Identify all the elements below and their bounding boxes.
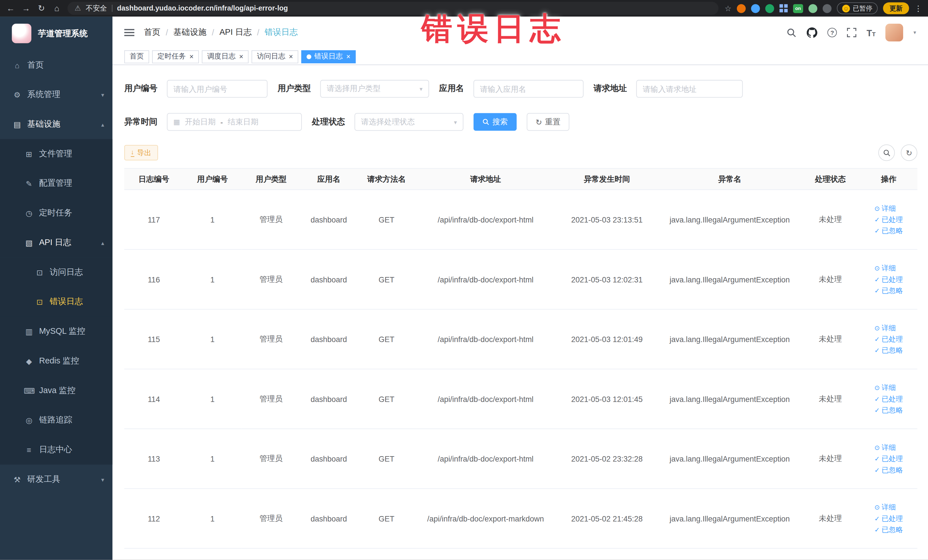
action-processed[interactable]: ✓已处理 [875,334,903,345]
help-icon[interactable]: ? [827,28,837,37]
home-icon[interactable]: ⌂ [52,3,62,13]
breadcrumb-item[interactable]: 首页 [144,27,160,38]
sidebar-item-file[interactable]: ⊞文件管理 [0,139,112,169]
cell-url: /api/infra/db-doc/export-html [416,429,555,489]
breadcrumb-item[interactable]: 基础设施 [174,27,206,38]
logo-image [12,24,31,43]
action-processed[interactable]: ✓已处理 [875,453,903,464]
chevron-up-icon: ▴ [101,121,104,128]
profile-paused-chip[interactable]: ☺ 已暂停 [837,2,878,14]
browser-update-button[interactable]: 更新 [883,2,909,14]
warning-icon: ⚠ [75,4,81,12]
action-ignore[interactable]: ✓已忽略 [875,404,903,416]
tab-job[interactable]: 定时任务× [152,50,199,63]
export-button[interactable]: ↓ 导出 [124,145,158,160]
view-icon: ⊙ [875,382,880,393]
action-ignore[interactable]: ✓已忽略 [875,524,903,535]
sidebar-item-mysql[interactable]: ▥MySQL 监控 [0,317,112,346]
sidebar-item-log-center[interactable]: ≡日志中心 [0,435,112,465]
sidebar-item-error-log[interactable]: ⊡错误日志 [0,287,112,317]
font-size-icon[interactable]: TT [867,27,876,37]
action-detail[interactable]: ⊙详细 [875,322,903,334]
close-icon[interactable]: × [346,52,351,61]
action-ignore[interactable]: ✓已忽略 [875,464,903,476]
sidebar-item-trace[interactable]: ◎链路追踪 [0,405,112,435]
extension-icon-dark[interactable] [823,4,832,12]
sidebar-logo[interactable]: 芋道管理系统 [0,17,112,50]
date-range-picker[interactable]: ▦ 开始日期 - 结束日期 [167,113,302,131]
java-icon: ⌨ [24,386,34,395]
extension-icon-orange[interactable] [737,4,746,12]
back-icon[interactable]: ← [6,3,15,13]
close-icon[interactable]: × [239,52,243,61]
process-status-select[interactable]: 请选择处理状态 ▾ [355,113,464,131]
cell-method: GET [357,249,416,309]
search-icon[interactable] [787,27,797,37]
sidebar-item-dev-tools[interactable]: ⚒研发工具▾ [0,465,112,494]
user-id-input[interactable] [167,80,267,98]
sidebar-item-label: Redis 监控 [39,356,79,366]
action-detail[interactable]: ⊙详细 [875,442,903,453]
action-ignore[interactable]: ✓已忽略 [875,225,903,236]
tab-home[interactable]: 首页 [124,50,149,63]
action-detail[interactable]: ⊙详细 [875,502,903,513]
filter-user-id: 用户编号 [124,80,267,98]
sidebar-item-system[interactable]: ⚙系统管理▾ [0,80,112,110]
action-processed[interactable]: ✓已处理 [875,394,903,404]
monitor-icon: ▤ [12,120,22,129]
tab-error-log[interactable]: 错误日志× [301,50,356,63]
forward-icon[interactable]: → [21,3,31,13]
sidebar-item-infra[interactable]: ▤基础设施▴ [0,110,112,139]
action-detail[interactable]: ⊙详细 [875,203,903,214]
close-icon[interactable]: × [289,52,293,61]
extension-icon-leaf[interactable] [809,4,817,12]
search-button[interactable]: 搜索 [473,113,517,131]
tab-job-log[interactable]: 调度日志× [202,50,249,63]
url-text[interactable]: dashboard.yudao.iocoder.cn/infra/log/api… [117,4,288,12]
paused-label: 已暂停 [853,4,872,12]
extension-icon-blue-drop[interactable] [751,4,760,12]
sidebar-item-access-log[interactable]: ⊡访问日志 [0,257,112,287]
view-icon: ⊙ [875,442,880,453]
action-label: 已处理 [882,513,903,524]
chevron-down-icon[interactable]: ▾ [913,30,916,36]
action-ignore[interactable]: ✓已忽略 [875,285,903,296]
extension-icon-green[interactable] [765,4,774,12]
toggle-search-button[interactable] [878,144,895,161]
action-ignore[interactable]: ✓已忽略 [875,345,903,356]
reload-icon[interactable]: ↻ [37,3,46,13]
request-url-input[interactable] [636,80,743,98]
action-detail[interactable]: ⊙详细 [875,382,903,393]
security-label[interactable]: 不安全 [85,3,107,13]
cell-actions: ⊙详细✓已处理✓已忽略 [860,190,917,250]
action-processed[interactable]: ✓已处理 [875,214,903,225]
action-processed[interactable]: ✓已处理 [875,274,903,285]
tabs-bar: 首页定时任务×调度日志×访问日志×错误日志× [112,49,928,65]
sidebar-item-redis[interactable]: ◆Redis 监控 [0,346,112,376]
refresh-table-button[interactable]: ↻ [901,144,917,161]
action-detail[interactable]: ⊙详细 [875,262,903,273]
user-avatar[interactable] [886,24,904,41]
hamburger-icon[interactable] [124,29,134,36]
extension-icon-grid[interactable] [779,4,788,12]
tab-access-log[interactable]: 访问日志× [252,50,298,63]
sidebar-item-job[interactable]: ◷定时任务 [0,198,112,228]
user-type-select[interactable]: 请选择用户类型 ▾ [320,80,429,98]
sidebar-item-java[interactable]: ⌨Java 监控 [0,376,112,405]
browser-menu-icon[interactable]: ⋮ [914,4,922,12]
cell-id: 113 [124,429,183,489]
extension-icon-on-badge[interactable]: on [793,4,803,12]
log-icon: ▧ [24,238,34,247]
breadcrumb-item[interactable]: API 日志 [219,27,252,38]
address-bar[interactable]: ⚠ 不安全 dashboard.yudao.iocoder.cn/infra/l… [68,2,719,15]
sidebar-item-api-log[interactable]: ▧API 日志▴ [0,228,112,258]
fullscreen-icon[interactable] [847,28,856,37]
bookmark-star-icon[interactable]: ☆ [725,4,731,12]
action-processed[interactable]: ✓已处理 [875,513,903,524]
github-icon[interactable] [807,27,817,38]
sidebar-item-config[interactable]: ✎配置管理 [0,169,112,198]
close-icon[interactable]: × [189,52,194,61]
app-name-input[interactable] [473,80,584,98]
reset-button[interactable]: ↻ 重置 [527,113,569,131]
sidebar-item-home[interactable]: ⌂首页 [0,50,112,80]
